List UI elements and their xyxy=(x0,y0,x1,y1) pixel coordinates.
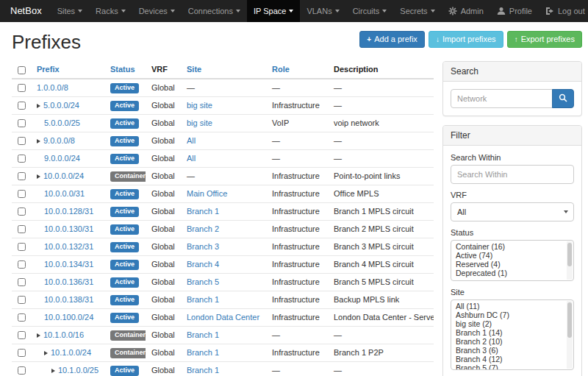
expand-caret-icon[interactable] xyxy=(51,369,55,373)
row-checkbox[interactable] xyxy=(18,155,26,163)
nav-item-ip-space[interactable]: IP Space xyxy=(247,0,300,22)
prefix-link[interactable]: 9.0.0.0/24 xyxy=(44,154,80,163)
expand-caret-icon[interactable] xyxy=(37,333,40,338)
prefix-link[interactable]: 1.0.0.0/8 xyxy=(37,83,68,92)
nav-item-log-out[interactable]: Log out xyxy=(539,0,588,22)
select-all-checkbox[interactable] xyxy=(18,66,26,74)
chevron-down-icon xyxy=(171,10,175,13)
prefix-link[interactable]: 10.0.0.0/24 xyxy=(43,171,84,180)
export-prefixes-button[interactable]: ↑Export prefixes xyxy=(507,31,582,48)
filter-option[interactable]: Container (16) xyxy=(451,242,566,251)
filter-option[interactable]: Branch 3 (6) xyxy=(451,346,566,355)
row-checkbox[interactable] xyxy=(18,102,26,110)
prefix-link[interactable]: 10.0.0.0/31 xyxy=(44,189,85,198)
row-checkbox[interactable] xyxy=(18,260,26,269)
scrollbar[interactable] xyxy=(567,301,573,369)
row-checkbox[interactable] xyxy=(18,225,26,233)
prefix-link[interactable]: 10.0.0.136/31 xyxy=(44,277,93,286)
nav-item-profile[interactable]: Profile xyxy=(490,0,539,22)
nav-item-connections[interactable]: Connections xyxy=(182,0,247,22)
prefix-link[interactable]: 10.0.0.138/31 xyxy=(44,295,93,304)
filter-option[interactable]: Branch 2 (10) xyxy=(451,337,566,346)
site-link[interactable]: Branch 1 xyxy=(187,366,219,375)
row-checkbox[interactable] xyxy=(18,331,26,339)
site-link[interactable]: Branch 5 xyxy=(187,277,219,286)
site-link[interactable]: Branch 4 xyxy=(187,260,219,269)
vrf-select[interactable]: All xyxy=(451,202,574,221)
site-link[interactable]: All xyxy=(187,136,196,145)
site-link[interactable]: Branch 1 xyxy=(187,348,219,357)
app-logo[interactable]: NetBox xyxy=(6,0,51,22)
status-listbox[interactable]: Container (16)Active (74)Reserved (4)Dep… xyxy=(451,240,574,281)
site-link[interactable]: Branch 1 xyxy=(187,207,219,216)
nav-item-label: VLANs xyxy=(306,7,331,15)
site-link[interactable]: big site xyxy=(187,118,212,127)
row-checkbox[interactable] xyxy=(18,137,26,145)
prefix-link[interactable]: 10.1.0.0/25 xyxy=(58,366,98,375)
expand-caret-icon[interactable] xyxy=(37,104,40,108)
filter-option[interactable]: All (11) xyxy=(451,302,566,311)
site-link[interactable]: Main Office xyxy=(187,189,227,198)
prefix-link[interactable]: 10.0.100.0/24 xyxy=(44,313,93,322)
site-link[interactable]: Branch 1 xyxy=(187,295,219,304)
nav-item-admin[interactable]: Admin xyxy=(442,0,490,22)
filter-option[interactable]: Ashburn DC (7) xyxy=(451,311,566,319)
expand-caret-icon[interactable] xyxy=(37,139,40,143)
prefix-link[interactable]: 10.1.0.0/16 xyxy=(43,330,84,339)
row-checkbox[interactable] xyxy=(18,190,26,198)
site-link[interactable]: Branch 2 xyxy=(187,224,219,233)
row-checkbox[interactable] xyxy=(18,296,26,304)
row-checkbox[interactable] xyxy=(18,84,26,92)
row-checkbox[interactable] xyxy=(18,172,26,180)
prefix-link[interactable]: 10.0.0.130/31 xyxy=(44,224,93,233)
row-checkbox[interactable] xyxy=(18,349,26,357)
column-header-role[interactable]: Role xyxy=(266,61,328,79)
site-link[interactable]: Branch 1 xyxy=(187,330,219,339)
nav-item-secrets[interactable]: Secrets xyxy=(393,0,441,22)
prefix-link[interactable]: 10.0.0.132/31 xyxy=(44,242,93,251)
add-a-prefix-button[interactable]: +Add a prefix xyxy=(359,31,425,48)
row-checkbox[interactable] xyxy=(18,243,26,251)
site-link[interactable]: Branch 3 xyxy=(187,242,219,251)
column-header-site[interactable]: Site xyxy=(181,61,266,79)
prefix-link[interactable]: 10.1.0.0/24 xyxy=(51,348,91,357)
row-checkbox[interactable] xyxy=(18,207,26,216)
site-link[interactable]: All xyxy=(187,154,196,163)
scrollbar[interactable] xyxy=(567,241,573,280)
filter-option[interactable]: Branch 5 (7) xyxy=(451,363,566,370)
nav-item-racks[interactable]: Racks xyxy=(89,0,132,22)
filter-option[interactable]: Branch 4 (12) xyxy=(451,355,566,363)
prefix-link[interactable]: 9.0.0.0/8 xyxy=(43,136,75,145)
role-cell: Infrastructure xyxy=(266,220,328,238)
import-prefixes-button[interactable]: ↓Import prefixes xyxy=(429,31,503,48)
prefix-link[interactable]: 10.0.0.134/31 xyxy=(44,260,93,269)
prefix-link[interactable]: 10.0.0.128/31 xyxy=(44,207,93,216)
filter-option[interactable]: Reserved (4) xyxy=(451,260,566,269)
row-checkbox[interactable] xyxy=(18,119,26,127)
search-button[interactable] xyxy=(552,89,574,108)
filter-option[interactable]: Deprecated (1) xyxy=(451,269,566,277)
expand-caret-icon[interactable] xyxy=(44,351,48,355)
prefix-link[interactable]: 5.0.0.0/25 xyxy=(44,118,80,127)
site-link[interactable]: London Data Center xyxy=(187,313,259,322)
site-listbox[interactable]: All (11)Ashburn DC (7)big site (2)Branch… xyxy=(451,299,574,370)
search-within-input[interactable] xyxy=(451,165,574,184)
filter-option[interactable]: Branch 1 (14) xyxy=(451,328,566,337)
nav-item-sites[interactable]: Sites xyxy=(51,0,89,22)
expand-caret-icon[interactable] xyxy=(37,174,40,179)
site-link[interactable]: big site xyxy=(187,101,212,110)
row-checkbox[interactable] xyxy=(18,278,26,286)
table-row: 5.0.0.0/24ActiveGlobalbig siteInfrastruc… xyxy=(12,96,434,114)
filter-option[interactable]: Active (74) xyxy=(451,251,566,260)
filter-option[interactable]: big site (2) xyxy=(451,319,566,328)
nav-item-vlans[interactable]: VLANs xyxy=(300,0,345,22)
row-checkbox[interactable] xyxy=(18,313,26,322)
search-input[interactable] xyxy=(451,89,553,108)
nav-item-label: Profile xyxy=(509,7,532,15)
prefix-link[interactable]: 5.0.0.0/24 xyxy=(43,101,79,110)
column-header-status[interactable]: Status xyxy=(104,61,146,79)
nav-item-devices[interactable]: Devices xyxy=(132,0,182,22)
row-checkbox[interactable] xyxy=(18,366,26,375)
nav-item-circuits[interactable]: Circuits xyxy=(346,0,394,22)
column-header-prefix[interactable]: Prefix xyxy=(31,61,104,79)
